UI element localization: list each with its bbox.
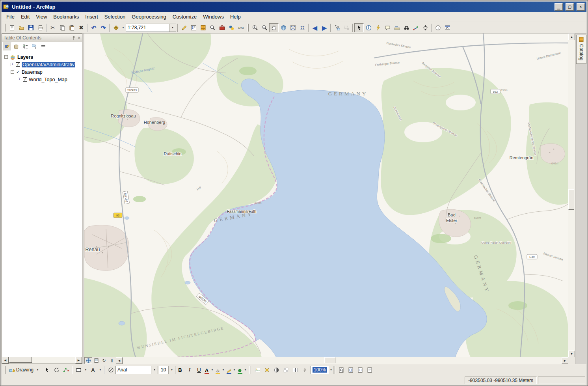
select-features-button[interactable] [332, 23, 342, 32]
list-by-drawing-order-button[interactable] [3, 43, 11, 51]
menu-windows[interactable]: Windows [200, 12, 227, 22]
go-to-xy-button[interactable] [421, 23, 430, 32]
toc-header[interactable]: Table Of Contents × [2, 34, 82, 42]
select-elements-button[interactable] [354, 23, 364, 32]
cut-button[interactable]: ✂ [48, 23, 58, 32]
arctoolbox-window-button[interactable] [217, 23, 227, 32]
zoom-out-button[interactable] [260, 23, 269, 32]
search-window-button[interactable] [208, 23, 217, 32]
title-bar[interactable]: Untitled - ArcMap ▁ ▢ × [2, 2, 586, 12]
tree-row-world-topo-map[interactable]: + ✓ World_Topo_Map [3, 76, 81, 83]
print-button[interactable] [35, 23, 45, 32]
line-color-dropdown[interactable]: ▼ [232, 366, 237, 374]
clear-selection-button[interactable] [342, 23, 351, 32]
table-of-contents-window-button[interactable] [189, 23, 198, 32]
menu-view[interactable]: View [33, 12, 50, 22]
new-text-button[interactable]: A [88, 365, 98, 375]
modelbuilder-window-button[interactable] [236, 23, 246, 32]
open-document-button[interactable] [17, 23, 26, 32]
go-back-extent-button[interactable]: ◀ [310, 23, 320, 32]
fill-color-button[interactable] [215, 366, 221, 374]
layout-view-button[interactable] [92, 357, 100, 364]
editor-toolbar-button[interactable] [179, 23, 189, 32]
fixed-zoom-in-button[interactable] [288, 23, 298, 32]
map-canvas[interactable]: St2453 St2192 93 St2192 E49 692 GERMANY … [84, 34, 568, 357]
layer-label-opendata[interactable]: OpenData/Administrativ [22, 62, 75, 67]
font-color-dropdown[interactable]: ▼ [210, 366, 215, 374]
bold-button[interactable]: B [175, 365, 185, 375]
hyperlink-button[interactable] [373, 23, 383, 32]
layer-label-world-topo-map[interactable]: World_Topo_Map [29, 77, 67, 82]
toggle-draft-mode-button[interactable] [365, 365, 374, 375]
find-route-button[interactable] [411, 23, 421, 32]
effect-flicker-button[interactable] [300, 365, 309, 375]
python-window-button[interactable] [227, 23, 236, 32]
layers-root-label[interactable]: Layers [17, 54, 33, 60]
scroll-right-button[interactable]: ▶ [75, 357, 82, 364]
list-by-source-button[interactable] [12, 43, 20, 51]
refresh-view-button[interactable]: ↻ [100, 357, 108, 364]
scrollbar-track[interactable] [568, 40, 575, 351]
marker-color-button[interactable] [237, 366, 243, 374]
select-elements-tool-button[interactable] [42, 365, 52, 375]
marker-color-dropdown[interactable]: ▼ [243, 366, 248, 374]
menu-customize[interactable]: Customize [169, 12, 200, 22]
catalog-window-button[interactable] [198, 23, 208, 32]
maximize-button[interactable]: ▢ [566, 3, 574, 11]
new-rectangle-button[interactable] [74, 365, 83, 375]
paste-button[interactable] [67, 23, 76, 32]
go-forward-extent-button[interactable]: ▶ [320, 23, 329, 32]
expand-box-icon[interactable]: + [11, 63, 14, 66]
zoom-100-percent-button[interactable] [346, 365, 355, 375]
collapse-box-icon[interactable]: − [11, 70, 14, 74]
new-document-button[interactable] [7, 23, 17, 32]
undo-button[interactable]: ↶ [89, 23, 99, 32]
scroll-left-button[interactable]: ◀ [2, 357, 9, 364]
edit-vertices-button[interactable] [61, 365, 71, 375]
layer-checkbox-checked[interactable]: ✓ [16, 70, 20, 74]
zoom-level-dropdown[interactable]: ▼ [329, 366, 333, 374]
effect-transparency-button[interactable] [281, 365, 290, 375]
find-button[interactable] [402, 23, 411, 32]
font-size-dropdown[interactable]: ▼ [168, 366, 175, 374]
toolbar-grip[interactable] [247, 24, 249, 32]
effect-contrast-button[interactable] [272, 365, 281, 375]
toc-close-icon[interactable]: × [78, 35, 80, 41]
scrollbar-thumb[interactable] [568, 189, 574, 210]
scrollbar-track[interactable] [123, 357, 562, 364]
delete-button[interactable]: ✖ [76, 23, 86, 32]
menu-edit[interactable]: Edit [18, 12, 33, 22]
expand-box-icon[interactable]: + [18, 78, 21, 81]
add-data-button[interactable] [111, 23, 121, 32]
fill-color-dropdown[interactable]: ▼ [221, 366, 226, 374]
menu-bookmarks[interactable]: Bookmarks [50, 12, 82, 22]
menu-geoprocessing[interactable]: Geoprocessing [128, 12, 169, 22]
zoom-whole-page-button[interactable] [337, 365, 346, 375]
italic-button[interactable]: I [185, 365, 194, 375]
effect-image-button[interactable] [253, 365, 262, 375]
collapse-box-icon[interactable]: − [4, 55, 8, 59]
layer-label-basemap[interactable]: Basemap [22, 69, 43, 75]
effect-swipe-button[interactable] [290, 365, 300, 375]
tree-row-layers[interactable]: − Layers [3, 53, 81, 61]
scrollbar-thumb[interactable] [9, 357, 32, 363]
toc-options-button[interactable] [39, 43, 48, 51]
pin-icon[interactable] [71, 35, 76, 40]
zoom-level-combo[interactable]: 100% ▼ [311, 366, 333, 374]
catalog-tab[interactable]: Catalog [576, 35, 586, 64]
underline-button[interactable]: U [194, 365, 204, 375]
effect-brightness-button[interactable] [262, 365, 272, 375]
minimize-button[interactable]: ▁ [555, 3, 563, 11]
scroll-left-button[interactable]: ◀ [116, 357, 123, 364]
full-extent-button[interactable] [279, 23, 288, 32]
symbol-selector-button[interactable] [106, 365, 115, 375]
menu-insert[interactable]: Insert [82, 12, 101, 22]
add-data-dropdown[interactable]: ▼ [121, 24, 126, 32]
save-button[interactable] [26, 23, 35, 32]
font-size-combo[interactable]: 10 ▼ [159, 366, 175, 374]
map-scale-combo[interactable]: 1:78,721 ▼ [126, 24, 176, 32]
font-name-dropdown[interactable]: ▼ [151, 366, 158, 374]
list-by-selection-button[interactable] [30, 43, 39, 51]
font-name-combo[interactable]: Arial ▼ [115, 366, 158, 374]
rotate-element-button[interactable] [52, 365, 61, 375]
